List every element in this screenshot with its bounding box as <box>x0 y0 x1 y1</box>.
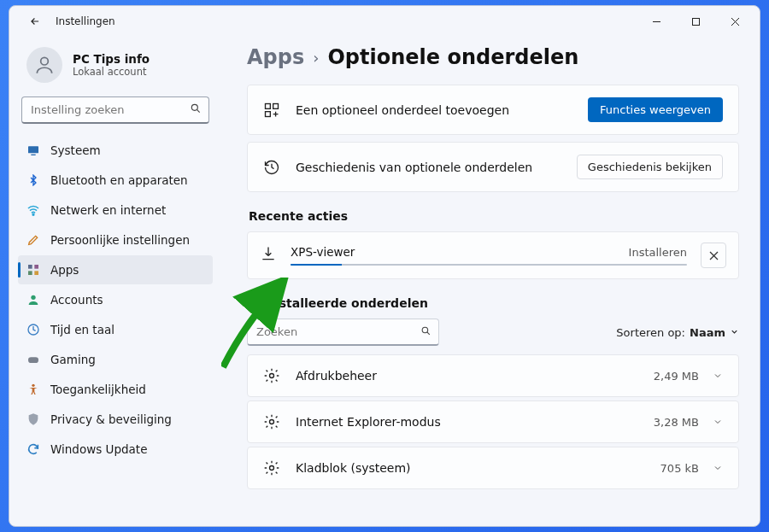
sidebar: PC Tips info Lokaal account Systeem Blue… <box>9 37 221 526</box>
feature-name: Internet Explorer-modus <box>296 415 441 429</box>
nav-gaming[interactable]: Gaming <box>18 345 213 374</box>
nav-system[interactable]: Systeem <box>18 136 213 165</box>
nav-label: Accounts <box>50 293 103 307</box>
nav-list: Systeem Bluetooth en apparaten Netwerk e… <box>18 136 213 464</box>
recent-actions-heading: Recente acties <box>249 209 739 223</box>
recent-item-name: XPS-viewer <box>291 245 355 259</box>
nav-label: Gaming <box>50 353 96 366</box>
history-card: Geschiedenis van optionele onderdelen Ge… <box>247 142 739 192</box>
nav-apps[interactable]: Apps <box>18 255 213 284</box>
titlebar: Instellingen <box>9 6 760 37</box>
gear-icon <box>263 413 280 430</box>
maximize-button[interactable] <box>676 9 715 34</box>
feature-row[interactable]: Afdrukbeheer 2,49 MB <box>247 354 739 397</box>
svg-rect-10 <box>28 265 32 269</box>
window-title: Instellingen <box>56 15 115 27</box>
gamepad-icon <box>26 353 40 366</box>
history-text: Geschiedenis van optionele onderdelen <box>296 161 532 174</box>
nav-privacy[interactable]: Privacy & beveiliging <box>18 405 213 434</box>
feature-row[interactable]: Internet Explorer-modus 3,28 MB <box>247 400 739 443</box>
gear-icon <box>263 367 280 384</box>
chevron-down-icon <box>713 460 723 476</box>
sort-label: Sorteren op: <box>616 326 685 339</box>
nav-label: Tijd en taal <box>50 323 114 336</box>
add-feature-card: Een optioneel onderdeel toevoegen Functi… <box>247 85 739 135</box>
nav-accessibility[interactable]: Toegankelijkheid <box>18 375 213 404</box>
svg-rect-7 <box>28 146 38 153</box>
svg-point-26 <box>270 420 274 424</box>
svg-rect-8 <box>31 155 35 155</box>
nav-label: Bluetooth en apparaten <box>50 173 188 187</box>
chevron-down-icon <box>713 368 723 384</box>
monitor-icon <box>26 143 40 157</box>
search-icon <box>190 102 202 118</box>
wifi-icon <box>26 203 40 217</box>
svg-rect-12 <box>28 271 32 275</box>
sort-value: Naam <box>690 326 725 339</box>
add-feature-text: Een optioneel onderdeel toevoegen <box>296 103 509 117</box>
chevron-right-icon: › <box>313 49 319 67</box>
profile-name: PC Tips info <box>73 52 150 66</box>
feature-size: 2,49 MB <box>654 370 699 383</box>
breadcrumb-parent[interactable]: Apps <box>247 45 304 69</box>
shield-icon <box>26 412 40 426</box>
nav-label: Windows Update <box>50 442 147 456</box>
svg-rect-13 <box>34 271 38 275</box>
cancel-install-button[interactable] <box>701 243 726 268</box>
view-features-button[interactable]: Functies weergeven <box>588 97 723 122</box>
feature-name: Afdrukbeheer <box>296 369 377 383</box>
view-history-button[interactable]: Geschiedenis bekijken <box>577 155 723 179</box>
svg-rect-16 <box>28 357 38 363</box>
bluetooth-icon <box>26 173 40 187</box>
nav-windows-update[interactable]: Windows Update <box>18 435 213 464</box>
brush-icon <box>26 233 40 247</box>
chevron-down-icon <box>730 326 739 339</box>
feature-name: Kladblok (systeem) <box>296 461 411 475</box>
apps-icon <box>26 263 40 277</box>
main-content: Apps › Optionele onderdelen Een optionee… <box>221 37 760 526</box>
svg-rect-11 <box>34 265 38 269</box>
feature-row[interactable]: Kladblok (systeem) 705 kB <box>247 447 739 489</box>
nav-time-language[interactable]: Tijd en taal <box>18 315 213 344</box>
back-button[interactable] <box>25 11 45 32</box>
nav-network[interactable]: Netwerk en internet <box>18 196 213 225</box>
chevron-down-icon <box>713 414 723 430</box>
nav-personalization[interactable]: Persoonlijke instellingen <box>18 225 213 254</box>
features-search[interactable] <box>247 319 439 346</box>
svg-line-6 <box>197 109 199 112</box>
recent-item-status: Installeren <box>629 246 687 259</box>
settings-window: Instellingen PC Tips info Lokaal account <box>9 5 760 527</box>
svg-rect-1 <box>692 18 699 25</box>
minimize-button[interactable] <box>637 9 676 34</box>
settings-search[interactable] <box>21 96 209 124</box>
svg-point-23 <box>422 327 428 333</box>
nav-label: Privacy & beveiliging <box>50 412 172 426</box>
svg-point-27 <box>270 466 274 471</box>
breadcrumb: Apps › Optionele onderdelen <box>247 45 739 69</box>
person-icon <box>26 293 40 307</box>
profile-block[interactable]: PC Tips info Lokaal account <box>18 44 213 96</box>
feature-size: 705 kB <box>660 462 699 475</box>
svg-point-14 <box>31 295 35 300</box>
settings-search-input[interactable] <box>31 103 190 116</box>
features-search-input[interactable] <box>256 325 420 338</box>
nav-label: Toegankelijkheid <box>50 383 146 396</box>
svg-point-5 <box>191 104 197 110</box>
installed-features-heading: Geïnstalleerde onderdelen <box>249 296 739 310</box>
installed-toolbar: Sorteren op: Naam <box>247 319 739 346</box>
sort-dropdown[interactable]: Sorteren op: Naam <box>616 326 739 339</box>
add-grid-icon <box>263 102 280 119</box>
nav-accounts[interactable]: Accounts <box>18 285 213 314</box>
globe-clock-icon <box>26 323 40 336</box>
install-progress-fill <box>291 264 342 266</box>
nav-label: Netwerk en internet <box>50 203 166 217</box>
page-title: Optionele onderdelen <box>327 45 578 69</box>
nav-bluetooth[interactable]: Bluetooth en apparaten <box>18 166 213 195</box>
close-button[interactable] <box>715 9 754 34</box>
nav-label: Apps <box>50 263 79 277</box>
download-icon <box>260 245 277 266</box>
accessibility-icon <box>26 383 40 396</box>
svg-rect-18 <box>266 103 271 108</box>
feature-size: 3,28 MB <box>654 416 699 429</box>
svg-point-4 <box>41 57 49 65</box>
